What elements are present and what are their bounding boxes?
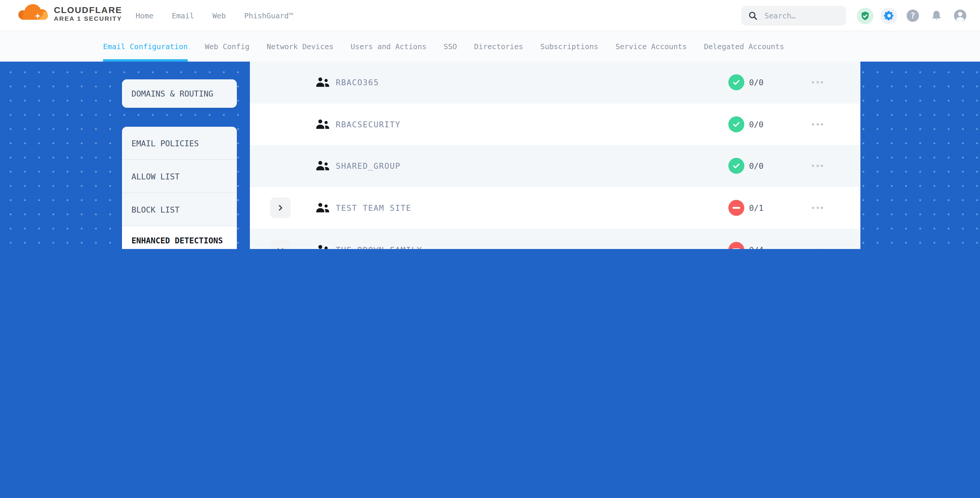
tabs: Email ConfigurationWeb ConfigNetwork Dev… [103,31,784,62]
status-ok-icon [728,158,745,174]
row-actions-button[interactable] [811,245,824,249]
active-tab-underline [103,59,188,62]
shield-check-icon[interactable] [857,7,873,24]
row-actions-button[interactable] [811,78,824,88]
bell-icon[interactable] [928,7,945,24]
expand-toggle-button[interactable] [270,197,291,218]
status-blocked-icon [728,200,745,216]
expand-toggle-button[interactable] [270,239,291,249]
tab-label: Web Config [205,42,250,51]
tab-label: Service Accounts [616,42,687,51]
group-row-shared-group: SHARED_GROUP0/0 [250,145,861,187]
help-icon[interactable]: ? [904,7,921,24]
sidebar-item-block-list[interactable]: BLOCK LIST [122,193,237,226]
group-row-the-brown-family: THE BROWN FAMILY0/4 [250,229,861,249]
group-icon [314,116,332,133]
protected-count: 0/1 [749,203,764,213]
sidebar-item-domains-routing[interactable]: DOMAINS & ROUTING [122,80,237,108]
group-icon [314,74,332,91]
tab-email-configuration[interactable]: Email Configuration [103,31,188,62]
status-ok-icon [728,116,745,132]
tab-directories[interactable]: Directories [474,31,523,62]
group-row-test-team-site: TEST TEAM SITE0/1 [250,187,861,229]
svg-text:?: ? [910,11,915,20]
section-tabbar: Email ConfigurationWeb ConfigNetwork Dev… [0,31,980,62]
top-nav: HomeEmailWebPhishGuard™ [135,0,293,31]
status-ok-icon [728,75,745,91]
chevron-down-icon [277,246,284,249]
sidebar-section-enhanced-detections: ENHANCED DETECTIONS Business Email Compr… [122,226,237,249]
tab-web-config[interactable]: Web Config [205,31,250,62]
search-icon [748,11,757,20]
search-input[interactable] [763,11,839,21]
cloudflare-logo[interactable]: CLOUDFLARE AREA 1 SECURITY [18,3,122,24]
row-actions-button[interactable] [811,119,824,129]
tab-network-devices[interactable]: Network Devices [267,31,334,62]
sidebar-item-email-policies[interactable]: EMAIL POLICIES [122,127,237,160]
tab-label: Delegated Accounts [704,42,784,51]
top-nav-item-email[interactable]: Email [172,11,194,20]
row-actions-button[interactable] [811,203,824,213]
tab-label: Email Configuration [103,42,188,51]
group-icon [314,158,332,175]
tab-label: Subscriptions [540,42,598,51]
search-box[interactable] [741,6,846,25]
brand-subtitle: AREA 1 SECURITY [54,16,122,22]
cloudflare-cloud-icon [18,3,49,24]
tab-label: Network Devices [267,42,334,51]
group-row-rbacsecurity: RBACSECURITY0/0 [250,103,861,145]
header-icons: ? [857,7,968,24]
group-icon [314,199,332,216]
tab-label: Directories [474,42,523,51]
group-name: RBACO365 [336,78,379,88]
group-name: RBACSECURITY [336,119,401,129]
tab-users-and-actions[interactable]: Users and Actions [350,31,426,62]
protected-count: 0/0 [749,161,764,171]
protected-count: 0/4 [749,245,764,249]
group-name: SHARED_GROUP [336,161,401,171]
sidebar-policies-card: EMAIL POLICIESALLOW LISTBLOCK LIST ENHAN… [122,127,237,249]
tab-sso[interactable]: SSO [444,31,457,62]
tab-label: SSO [444,42,457,51]
enhanced-detections-title: ENHANCED DETECTIONS [122,234,237,247]
chevron-right-icon [277,204,284,212]
protected-count: 0/0 [749,119,764,129]
row-actions-button[interactable] [811,161,824,171]
top-nav-item-home[interactable]: Home [135,11,153,20]
group-row-rbaco365: RBACO3650/0 [250,62,861,103]
top-header: CLOUDFLARE AREA 1 SECURITY HomeEmailWebP… [0,0,980,31]
status-blocked-icon [728,242,745,249]
brand-name: CLOUDFLARE [54,5,122,14]
group-name: THE BROWN FAMILY [336,245,422,249]
tab-service-accounts[interactable]: Service Accounts [616,31,687,62]
protected-count: 0/0 [749,78,764,88]
sidebar-item-allow-list[interactable]: ALLOW LIST [122,160,237,193]
tab-subscriptions[interactable]: Subscriptions [540,31,598,62]
tab-delegated-accounts[interactable]: Delegated Accounts [704,31,784,62]
avatar-icon[interactable] [951,7,968,24]
directory-table: RBACO3650/0RBACSECURITY0/0SHARED_GROUP0/… [250,62,861,249]
top-nav-item-phishguard[interactable]: PhishGuard™ [244,11,293,20]
gear-icon[interactable] [881,7,897,24]
group-name: TEST TEAM SITE [336,203,412,213]
group-icon [314,241,332,249]
top-nav-item-web[interactable]: Web [213,11,226,20]
tab-label: Users and Actions [350,42,426,51]
area1-security-app: CLOUDFLARE AREA 1 SECURITY HomeEmailWebP… [0,0,980,249]
